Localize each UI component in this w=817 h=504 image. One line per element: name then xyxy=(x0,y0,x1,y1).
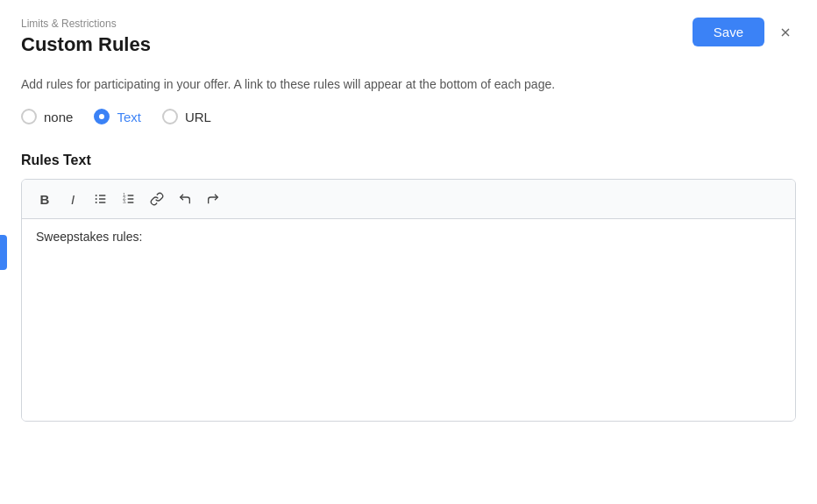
svg-point-5 xyxy=(96,195,97,196)
section-title: Rules Text xyxy=(21,153,796,168)
rules-text-section: Rules Text B I xyxy=(21,153,796,422)
radio-none-label: none xyxy=(44,110,73,124)
radio-none[interactable] xyxy=(21,109,37,124)
radio-text[interactable] xyxy=(94,109,110,124)
description-text: Add rules for participating in your offe… xyxy=(21,77,796,91)
header-left: Limits & Restrictions Custom Rules xyxy=(21,18,151,56)
ordered-list-icon: 1. 2. 3. xyxy=(122,192,136,206)
close-button[interactable] xyxy=(775,22,796,43)
radio-option-none[interactable]: none xyxy=(21,109,73,124)
svg-point-6 xyxy=(96,198,97,200)
link-icon xyxy=(150,192,164,206)
header-right: Save xyxy=(693,18,796,46)
radio-option-url[interactable]: URL xyxy=(162,109,211,124)
breadcrumb: Limits & Restrictions xyxy=(21,18,151,30)
italic-button[interactable]: I xyxy=(60,187,85,211)
italic-icon: I xyxy=(71,192,75,207)
undo-button[interactable] xyxy=(173,187,197,211)
redo-icon xyxy=(206,192,220,206)
editor-area[interactable]: Sweepstakes rules: xyxy=(22,219,795,421)
redo-button[interactable] xyxy=(201,187,225,211)
unordered-list-icon xyxy=(94,192,108,206)
close-icon xyxy=(778,25,792,39)
bold-icon: B xyxy=(40,192,50,207)
radio-url-label: URL xyxy=(185,110,211,124)
editor-container: B I xyxy=(21,179,796,422)
radio-url[interactable] xyxy=(162,109,178,124)
left-tab-indicator xyxy=(0,235,7,270)
page-title: Custom Rules xyxy=(21,33,151,56)
svg-point-7 xyxy=(96,202,97,203)
editor-content: Sweepstakes rules: xyxy=(36,230,142,244)
ordered-list-button[interactable]: 1. 2. 3. xyxy=(117,187,141,211)
editor-toolbar: B I xyxy=(22,180,795,219)
link-button[interactable] xyxy=(145,187,169,211)
radio-group: none Text URL xyxy=(21,109,796,124)
unordered-list-button[interactable] xyxy=(89,187,113,211)
undo-icon xyxy=(178,192,192,206)
svg-text:3.: 3. xyxy=(123,200,126,204)
bold-button[interactable]: B xyxy=(32,187,57,211)
radio-text-label: Text xyxy=(117,110,141,124)
header: Limits & Restrictions Custom Rules Save xyxy=(21,18,796,56)
save-button[interactable]: Save xyxy=(693,18,764,46)
radio-option-text[interactable]: Text xyxy=(94,109,141,124)
page-container: Limits & Restrictions Custom Rules Save … xyxy=(0,0,817,504)
